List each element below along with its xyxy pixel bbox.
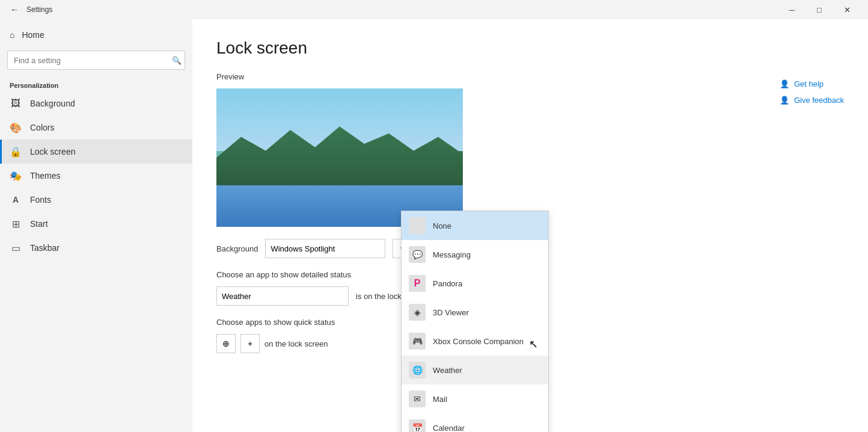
sidebar-item-lock-screen-label: Lock screen [30, 147, 75, 156]
search-input[interactable] [7, 51, 185, 70]
lock-screen-icon: 🔒 [10, 146, 22, 158]
page-title: Lock screen [216, 39, 844, 58]
sidebar-item-themes[interactable]: 🎭 Themes [0, 164, 192, 188]
dropdown-item-calendar[interactable]: 📅 Calendar [402, 413, 548, 432]
dropdown-item-messaging[interactable]: 💬 Messaging [402, 240, 548, 269]
dropdown-item-xbox[interactable]: 🎮 Xbox Console Companion [402, 327, 548, 356]
mail-icon: ✉ [409, 390, 426, 407]
dropdown-item-pandora[interactable]: P Pandora [402, 269, 548, 298]
sidebar-item-taskbar-label: Taskbar [30, 243, 60, 253]
status-icon-1[interactable]: ⊕ [216, 334, 236, 353]
sidebar-item-start-label: Start [30, 219, 48, 229]
give-feedback-link[interactable]: 👤 Give feedback [780, 96, 844, 105]
themes-icon: 🎭 [10, 170, 22, 182]
dropdown-item-3d-viewer-label: 3D Viewer [433, 308, 469, 317]
background-select[interactable]: Windows Spotlight [265, 239, 385, 258]
quick-status-text: on the lock screen [264, 339, 328, 348]
window-controls: ─ □ ✕ [778, 0, 861, 19]
dropdown-item-mail[interactable]: ✉ Mail [402, 384, 548, 413]
detail-status-select[interactable]: Weather [216, 286, 349, 306]
fonts-icon: A [10, 194, 22, 206]
sidebar-item-colors[interactable]: 🎨 Colors [0, 116, 192, 140]
status-icon-2[interactable]: + [240, 334, 260, 353]
dropdown-item-weather-label: Weather [433, 366, 462, 375]
search-container: 🔍 [7, 51, 185, 70]
3d-viewer-icon: ◈ [409, 304, 426, 321]
get-help-label: Get help [794, 79, 824, 88]
colors-icon: 🎨 [10, 122, 22, 134]
xbox-icon: 🎮 [409, 333, 426, 350]
dropdown-item-none-label: None [433, 221, 451, 230]
search-icon: 🔍 [172, 56, 182, 65]
dropdown-popup: None 💬 Messaging P Pandora ◈ 3D Viewer 🎮… [401, 211, 549, 432]
start-icon: ⊞ [10, 218, 22, 230]
minimize-button[interactable]: ─ [778, 0, 805, 19]
give-feedback-icon: 👤 [780, 96, 789, 105]
sidebar: ⌂ Home 🔍 Personalization 🖼 Background 🎨 … [0, 19, 192, 432]
get-help-link[interactable]: 👤 Get help [780, 79, 844, 88]
messaging-icon: 💬 [409, 246, 426, 263]
sidebar-item-taskbar[interactable]: ▭ Taskbar [0, 236, 192, 260]
sidebar-item-background[interactable]: 🖼 Background [0, 91, 192, 116]
dropdown-item-none[interactable]: None [402, 211, 548, 240]
sidebar-item-themes-label: Themes [30, 171, 61, 181]
dropdown-item-calendar-label: Calendar [433, 424, 465, 433]
none-icon [409, 217, 426, 234]
give-feedback-label: Give feedback [794, 96, 844, 105]
back-button[interactable]: ← [7, 2, 22, 17]
dropdown-item-mail-label: Mail [433, 395, 447, 404]
dropdown-item-messaging-label: Messaging [433, 250, 471, 259]
content-area: Lock screen Preview Background Windows S… [192, 19, 868, 432]
sidebar-home[interactable]: ⌂ Home [0, 24, 192, 46]
taskbar-icon: ▭ [10, 242, 22, 254]
sidebar-section-label: Personalization [0, 75, 192, 91]
back-icon: ← [10, 5, 19, 14]
home-icon: ⌂ [10, 30, 14, 40]
maximize-button[interactable]: □ [805, 0, 833, 19]
dropdown-item-weather[interactable]: 🌐 Weather [402, 356, 548, 384]
titlebar: ← Settings ─ □ ✕ [0, 0, 868, 19]
sidebar-item-fonts[interactable]: A Fonts [0, 188, 192, 212]
calendar-icon: 📅 [409, 419, 426, 432]
sidebar-item-colors-label: Colors [30, 123, 54, 132]
preview-label: Preview [216, 72, 844, 81]
dropdown-item-pandora-label: Pandora [433, 279, 462, 288]
weather-icon: 🌐 [409, 362, 426, 378]
help-links: 👤 Get help 👤 Give feedback [780, 79, 844, 105]
dropdown-item-3d-viewer[interactable]: ◈ 3D Viewer [402, 298, 548, 327]
close-button[interactable]: ✕ [833, 0, 861, 19]
main-container: ⌂ Home 🔍 Personalization 🖼 Background 🎨 … [0, 19, 868, 432]
sidebar-item-start[interactable]: ⊞ Start [0, 212, 192, 236]
background-label: Background [216, 244, 258, 253]
sidebar-item-fonts-label: Fonts [30, 195, 51, 205]
sidebar-home-label: Home [22, 30, 44, 40]
sidebar-item-background-label: Background [30, 99, 75, 108]
preview-image [216, 88, 463, 227]
app-title: Settings [26, 5, 778, 14]
pandora-icon: P [409, 275, 426, 292]
sidebar-item-lock-screen[interactable]: 🔒 Lock screen [0, 140, 192, 164]
background-icon: 🖼 [10, 97, 22, 110]
dropdown-item-xbox-label: Xbox Console Companion [433, 337, 524, 346]
get-help-icon: 👤 [780, 79, 789, 88]
